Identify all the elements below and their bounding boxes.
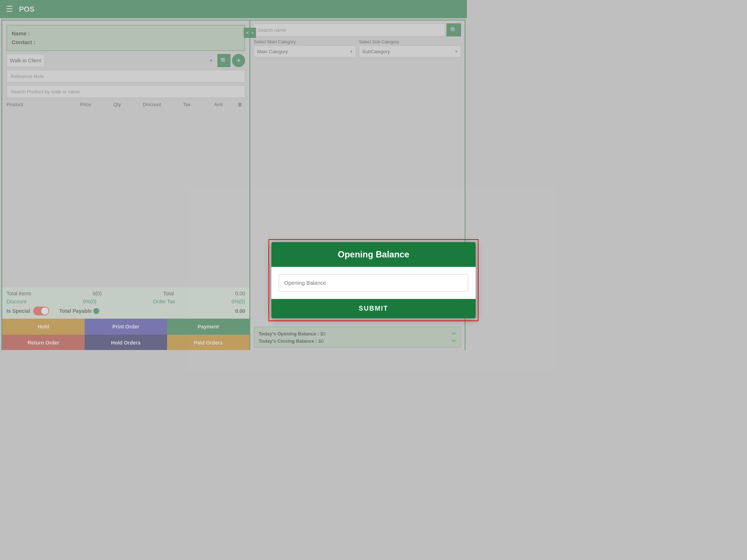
modal-body: [271, 267, 467, 299]
opening-balance-input[interactable]: [279, 274, 467, 292]
modal-footer[interactable]: SUBMIT: [271, 299, 467, 318]
opening-balance-modal: Opening Balance SUBMIT: [271, 242, 467, 318]
modal-title: Opening Balance: [279, 249, 467, 260]
modal-red-border: Opening Balance SUBMIT: [268, 239, 467, 321]
modal-header: Opening Balance: [271, 242, 467, 267]
submit-button[interactable]: SUBMIT: [277, 305, 467, 312]
modal-overlay: Opening Balance SUBMIT: [0, 0, 467, 350]
